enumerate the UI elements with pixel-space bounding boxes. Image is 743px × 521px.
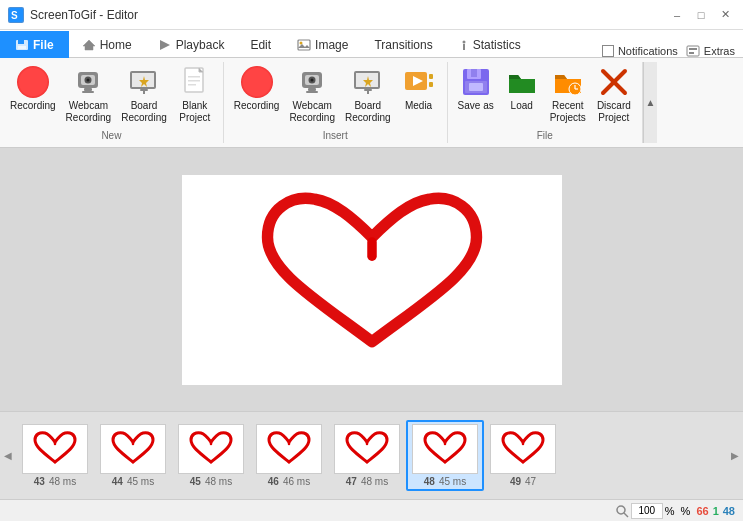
film-frame-49[interactable]: 49 47 [484,422,562,489]
svg-rect-14 [689,52,694,54]
ribbon-group-new: Recording WebcamRecording [0,62,224,143]
recording-button[interactable]: Recording [6,64,60,114]
close-button[interactable]: ✕ [715,5,735,25]
filmstrip: ◀ 43 48 ms 44 [0,411,743,499]
svg-point-18 [87,79,90,82]
filmstrip-items: 43 48 ms 44 45 ms [16,420,727,491]
maximize-button[interactable]: □ [691,5,711,25]
film-frame-44[interactable]: 44 45 ms [94,422,172,489]
filmstrip-scroll-right[interactable]: ▶ [727,416,743,495]
frame-ms-43: 48 ms [49,476,76,487]
film-thumb-49 [490,424,556,474]
tab-home[interactable]: Home [69,31,145,58]
extras-icon [686,45,700,57]
tab-playback-label: Playback [176,38,225,52]
tab-image[interactable]: Image [284,31,361,58]
svg-rect-19 [84,88,92,91]
board-recording-label: BoardRecording [121,100,167,124]
frame-num-43: 43 [34,476,45,487]
ribbon-group-file: Save as Load [448,62,643,143]
recording-label: Recording [10,100,56,112]
svg-rect-26 [188,76,200,78]
insert-webcam-icon [296,66,328,98]
svg-rect-45 [471,69,477,77]
media-label: Media [405,100,432,112]
film-info-45: 45 48 ms [190,476,232,487]
extras-label: Extras [704,45,735,57]
svg-rect-41 [429,74,433,79]
tab-edit[interactable]: Edit [237,31,284,58]
save-as-label: Save as [458,100,494,112]
film-frame-45[interactable]: 45 48 ms [172,422,250,489]
discard-project-button[interactable]: DiscardProject [592,64,636,126]
svg-rect-23 [140,89,148,91]
svg-rect-12 [687,46,699,56]
svg-marker-6 [160,40,170,50]
tab-playback[interactable]: Playback [145,31,238,58]
ribbon-group-insert-items: Recording WebcamRecording [230,62,441,130]
svg-text:S: S [11,10,18,21]
frame-num-46: 46 [268,476,279,487]
svg-point-32 [311,79,314,82]
insert-webcam-button[interactable]: WebcamRecording [285,64,339,126]
insert-board-label: BoardRecording [345,100,391,124]
tab-file[interactable]: File [0,31,69,58]
svg-rect-24 [143,91,145,94]
frame-num-47: 47 [346,476,357,487]
load-button[interactable]: Load [500,64,544,114]
title-bar-controls: – □ ✕ [667,5,735,25]
info-icon [459,39,469,51]
blank-project-label: BlankProject [179,100,210,124]
frame-num-48: 48 [424,476,435,487]
film-frame-46[interactable]: 46 46 ms [250,422,328,489]
save-as-button[interactable]: Save as [454,64,498,114]
title-bar: S ScreenToGif - Editor – □ ✕ [0,0,743,30]
insert-group-label: Insert [323,130,348,143]
svg-rect-34 [306,91,318,93]
svg-rect-28 [188,84,196,86]
load-icon [506,66,538,98]
svg-point-53 [617,506,625,514]
extras-area: Extras [686,45,735,57]
zoom-input[interactable] [631,503,663,519]
film-thumb-43 [22,424,88,474]
film-frame-48[interactable]: 48 45 ms [406,420,484,491]
film-thumb-48 [412,424,478,474]
media-icon [403,66,435,98]
board-recording-button[interactable]: BoardRecording [117,64,171,126]
insert-recording-icon [241,66,273,98]
film-info-48: 48 45 ms [424,476,466,487]
frame-ms-47: 48 ms [361,476,388,487]
zoom-icon [615,504,629,518]
main-canvas-area [0,148,743,411]
tab-statistics[interactable]: Statistics [446,31,534,58]
blank-project-button[interactable]: BlankProject [173,64,217,126]
minimize-button[interactable]: – [667,5,687,25]
notifications-checkbox[interactable] [602,45,614,57]
save-as-icon [460,66,492,98]
tab-statistics-label: Statistics [473,38,521,52]
film-info-47: 47 48 ms [346,476,388,487]
frame-ms-48: 45 ms [439,476,466,487]
filmstrip-scroll-left[interactable]: ◀ [0,416,16,495]
ribbon-tabs: File Home Playback Edit Image Transition… [0,30,743,58]
film-thumb-46 [256,424,322,474]
tab-home-label: Home [100,38,132,52]
webcam-recording-label: WebcamRecording [66,100,112,124]
media-button[interactable]: Media [397,64,441,114]
film-frame-43[interactable]: 43 48 ms [16,422,94,489]
load-label: Load [511,100,533,112]
frame-num-49: 49 [510,476,521,487]
recent-projects-button[interactable]: RecentProjects [546,64,590,126]
svg-rect-27 [188,80,200,82]
tab-transitions[interactable]: Transitions [361,31,445,58]
webcam-recording-button[interactable]: WebcamRecording [62,64,116,126]
film-frame-47[interactable]: 47 48 ms [328,422,406,489]
ribbon-collapse-button[interactable]: ▲ [643,62,657,143]
zoom-percent: % [665,505,675,517]
insert-board-button[interactable]: BoardRecording [341,64,395,126]
tab-transitions-label: Transitions [374,38,432,52]
recording-icon [17,66,49,98]
insert-recording-button[interactable]: Recording [230,64,284,114]
svg-marker-5 [83,40,95,50]
